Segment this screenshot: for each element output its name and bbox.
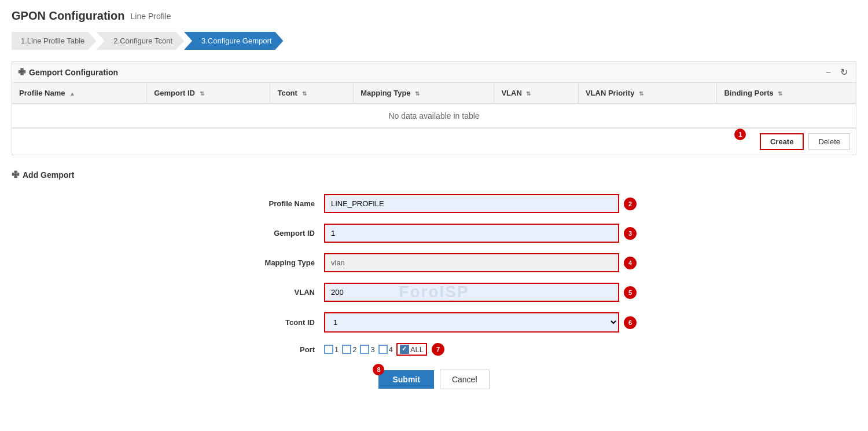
form-buttons: 8 Submit Cancel (231, 370, 637, 389)
tcont-id-label: Tcont ID (231, 318, 324, 327)
wizard-step-1-label: 1.Line Profile Table (21, 36, 84, 45)
gemport-id-input[interactable] (324, 224, 619, 243)
vlan-badge: 5 (624, 286, 637, 299)
port-item-2: 2 (342, 345, 356, 354)
col-mapping-type[interactable]: Mapping Type ⇅ (354, 83, 494, 104)
submit-wrapper: 8 Submit (378, 370, 433, 389)
port-2-checkbox[interactable] (342, 345, 351, 354)
section-title-group: ✙ Gemport Configuration (18, 67, 118, 78)
wizard-step-2-label: 2.Configure Tcont (113, 36, 172, 45)
vlan-input[interactable] (324, 283, 619, 302)
vlan-row: VLAN 5 (231, 283, 637, 302)
add-gemport-title: Add Gemport (23, 170, 74, 180)
vlan-input-wrapper: 5 (324, 283, 637, 302)
gemport-id-row: Gemport ID 3 (231, 224, 637, 243)
port-badge: 7 (432, 343, 444, 356)
gemport-id-input-wrapper: 3 (324, 224, 637, 243)
sort-icon-binding: ⇅ (778, 90, 782, 97)
port-1-label: 1 (334, 345, 339, 354)
sort-icon-mapping: ⇅ (415, 90, 420, 97)
tcont-id-select-wrapper: 1 2 3 6 (324, 312, 637, 333)
mapping-type-row: Mapping Type 4 (231, 253, 637, 272)
mapping-type-label: Mapping Type (231, 258, 324, 267)
section-controls: − ↻ (823, 67, 850, 78)
add-gemport-header: ✙ Add Gemport (12, 165, 856, 185)
add-gemport-icon: ✙ (12, 169, 19, 180)
cancel-button[interactable]: Cancel (440, 370, 490, 389)
sort-icon-gemport: ⇅ (200, 90, 204, 97)
gemport-id-badge: 3 (624, 227, 637, 240)
port-item-1: 1 (324, 345, 339, 354)
submit-button[interactable]: Submit (378, 370, 433, 389)
col-profile-name[interactable]: Profile Name ▲ (12, 83, 147, 104)
port-item-4: 4 (378, 345, 393, 354)
no-data-row: No data available in table (12, 104, 856, 128)
profile-name-badge: 2 (624, 198, 637, 210)
wizard-step-1[interactable]: 1.Line Profile Table (12, 32, 96, 50)
profile-name-label: Profile Name (231, 199, 324, 208)
page-subtitle: Line Profile (131, 12, 171, 21)
port-2-label: 2 (352, 345, 356, 354)
section-title-text: Gemport Configuration (29, 68, 118, 77)
form-container: ForoISP Profile Name 2 Gemport ID 3 Map (231, 194, 637, 389)
col-tcont[interactable]: Tcont ⇅ (270, 83, 354, 104)
gemport-config-section: ✙ Gemport Configuration − ↻ Profile Name… (12, 61, 856, 155)
col-binding-ports[interactable]: Binding Ports ⇅ (717, 83, 856, 104)
profile-name-input-wrapper: 2 (324, 194, 637, 213)
col-vlan-priority[interactable]: VLAN Priority ⇅ (578, 83, 717, 104)
tcont-id-badge: 6 (624, 316, 637, 329)
wizard-step-3-label: 3.Configure Gemport (201, 36, 271, 45)
no-data-message: No data available in table (12, 104, 856, 128)
pin-icon: ✙ (18, 67, 25, 78)
sort-icon-vlan: ⇅ (526, 90, 531, 97)
table-actions: 1 Create Delete (12, 128, 856, 155)
create-button-wrapper: 1 Create (760, 133, 804, 150)
tcont-id-row: Tcont ID 1 2 3 6 (231, 312, 637, 333)
port-checkboxes-wrapper: 1 2 3 4 (324, 343, 637, 356)
port-all-label: ALL (410, 345, 424, 354)
port-1-checkbox[interactable] (324, 345, 333, 354)
port-row-checkboxes: 1 2 3 4 (324, 343, 427, 356)
section-header: ✙ Gemport Configuration − ↻ (12, 62, 856, 83)
profile-name-input[interactable] (324, 194, 619, 213)
port-3-checkbox[interactable] (360, 345, 369, 354)
profile-name-row: Profile Name 2 (231, 194, 637, 213)
port-item-3: 3 (360, 345, 374, 354)
table-header-row: Profile Name ▲ Gemport ID ⇅ Tcont ⇅ Mapp… (12, 83, 856, 104)
gemport-table: Profile Name ▲ Gemport ID ⇅ Tcont ⇅ Mapp… (12, 83, 856, 128)
page-title: GPON Configuration (12, 9, 125, 23)
col-gemport-id[interactable]: Gemport ID ⇅ (147, 83, 270, 104)
sort-icon-vlan-priority: ⇅ (639, 90, 643, 97)
page-header: GPON Configuration Line Profile (12, 9, 856, 23)
minimize-button[interactable]: − (823, 67, 833, 78)
mapping-type-input (324, 253, 619, 272)
wizard-steps: 1.Line Profile Table 2.Configure Tcont 3… (12, 32, 856, 50)
refresh-button[interactable]: ↻ (838, 67, 850, 78)
create-badge: 1 (734, 129, 746, 140)
sort-icon-tcont: ⇅ (302, 90, 307, 97)
port-item-all: ✓ ALL (396, 343, 427, 356)
gemport-id-label: Gemport ID (231, 229, 324, 238)
add-gemport-section: ✙ Add Gemport ForoISP Profile Name 2 Gem… (12, 165, 856, 389)
mapping-type-badge: 4 (624, 257, 637, 269)
wizard-step-3[interactable]: 3.Configure Gemport (184, 32, 283, 50)
col-vlan[interactable]: VLAN ⇅ (494, 83, 579, 104)
port-all-checkbox[interactable]: ✓ (400, 345, 409, 354)
create-button[interactable]: Create (760, 133, 804, 150)
mapping-type-input-wrapper: 4 (324, 253, 637, 272)
tcont-id-select[interactable]: 1 2 3 (324, 312, 619, 333)
port-row: Port 1 2 3 (231, 343, 637, 356)
wizard-step-2[interactable]: 2.Configure Tcont (96, 32, 184, 50)
delete-button[interactable]: Delete (808, 133, 850, 150)
port-3-label: 3 (370, 345, 374, 354)
port-4-label: 4 (389, 345, 393, 354)
port-4-checkbox[interactable] (378, 345, 388, 354)
vlan-label: VLAN (231, 288, 324, 297)
sort-icon-profile: ▲ (69, 90, 75, 97)
port-label: Port (231, 345, 324, 354)
